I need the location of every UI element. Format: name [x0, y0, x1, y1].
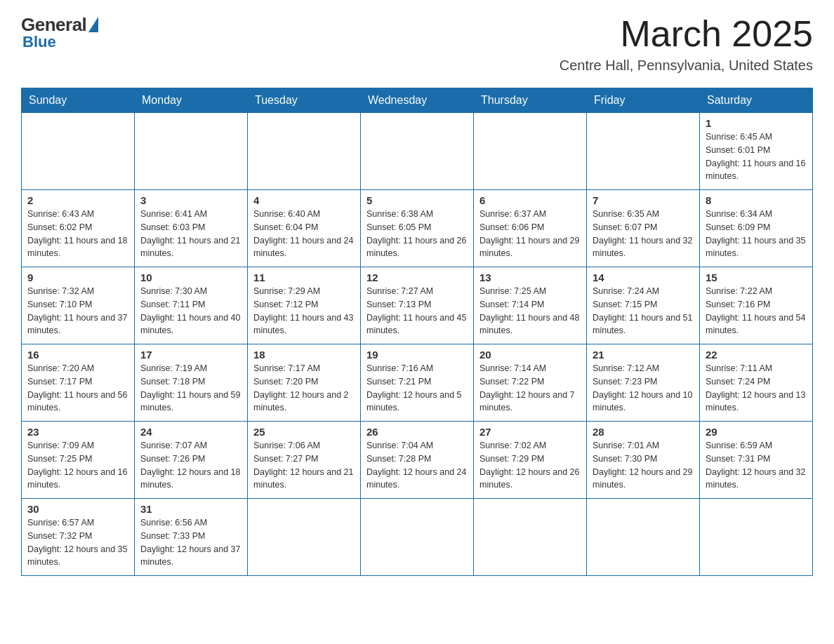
- header-sunday: Sunday: [22, 88, 135, 113]
- title-section: March 2025 Centre Hall, Pennsylvania, Un…: [560, 14, 813, 74]
- day-info: Sunrise: 6:35 AMSunset: 6:07 PMDaylight:…: [593, 208, 694, 260]
- day-info: Sunrise: 6:45 AMSunset: 6:01 PMDaylight:…: [706, 130, 807, 183]
- day-number: 9: [27, 271, 128, 283]
- day-number: 3: [140, 194, 241, 206]
- day-number: 28: [593, 426, 694, 438]
- table-row: [474, 113, 587, 190]
- page-header: General Blue March 2025 Centre Hall, Pen…: [21, 14, 813, 74]
- table-row: 30Sunrise: 6:57 AMSunset: 7:32 PMDayligh…: [22, 499, 135, 576]
- table-row: 3Sunrise: 6:41 AMSunset: 6:03 PMDaylight…: [135, 190, 248, 267]
- day-number: 4: [253, 194, 355, 206]
- day-info: Sunrise: 7:29 AMSunset: 7:12 PMDaylight:…: [253, 285, 355, 337]
- day-info: Sunrise: 6:57 AMSunset: 7:32 PMDaylight:…: [27, 516, 128, 569]
- table-row: 10Sunrise: 7:30 AMSunset: 7:11 PMDayligh…: [135, 267, 248, 344]
- table-row: 11Sunrise: 7:29 AMSunset: 7:12 PMDayligh…: [248, 267, 361, 344]
- day-number: 19: [366, 349, 468, 361]
- table-row: 15Sunrise: 7:22 AMSunset: 7:16 PMDayligh…: [700, 267, 813, 344]
- header-wednesday: Wednesday: [361, 88, 474, 113]
- table-row: 24Sunrise: 7:07 AMSunset: 7:26 PMDayligh…: [135, 422, 248, 499]
- table-row: 1Sunrise: 6:45 AMSunset: 6:01 PMDaylight…: [700, 113, 813, 190]
- table-row: 29Sunrise: 6:59 AMSunset: 7:31 PMDayligh…: [700, 422, 813, 499]
- table-row: [474, 499, 587, 576]
- day-info: Sunrise: 7:20 AMSunset: 7:17 PMDaylight:…: [27, 362, 128, 415]
- location-title: Centre Hall, Pennsylvania, United States: [560, 58, 813, 74]
- day-info: Sunrise: 7:27 AMSunset: 7:13 PMDaylight:…: [366, 285, 468, 337]
- table-row: 27Sunrise: 7:02 AMSunset: 7:29 PMDayligh…: [474, 422, 587, 499]
- day-info: Sunrise: 6:41 AMSunset: 6:03 PMDaylight:…: [140, 208, 241, 260]
- table-row: [700, 499, 813, 576]
- table-row: 5Sunrise: 6:38 AMSunset: 6:05 PMDaylight…: [361, 190, 474, 267]
- table-row: 31Sunrise: 6:56 AMSunset: 7:33 PMDayligh…: [135, 499, 248, 576]
- table-row: 22Sunrise: 7:11 AMSunset: 7:24 PMDayligh…: [700, 344, 813, 422]
- calendar-week-row: 1Sunrise: 6:45 AMSunset: 6:01 PMDaylight…: [22, 113, 813, 190]
- day-number: 22: [706, 349, 807, 361]
- day-number: 5: [366, 194, 468, 206]
- day-number: 24: [140, 426, 241, 438]
- day-info: Sunrise: 6:34 AMSunset: 6:09 PMDaylight:…: [706, 208, 807, 260]
- header-thursday: Thursday: [474, 88, 587, 113]
- table-row: 18Sunrise: 7:17 AMSunset: 7:20 PMDayligh…: [248, 344, 361, 422]
- day-number: 12: [366, 271, 468, 283]
- table-row: 6Sunrise: 6:37 AMSunset: 6:06 PMDaylight…: [474, 190, 587, 267]
- day-number: 17: [140, 349, 241, 361]
- day-number: 23: [27, 426, 128, 438]
- day-number: 21: [593, 349, 694, 361]
- logo-triangle-icon: [88, 17, 98, 32]
- day-info: Sunrise: 7:16 AMSunset: 7:21 PMDaylight:…: [366, 362, 468, 415]
- table-row: [587, 113, 700, 190]
- day-info: Sunrise: 7:22 AMSunset: 7:16 PMDaylight:…: [706, 285, 807, 337]
- calendar-week-row: 30Sunrise: 6:57 AMSunset: 7:32 PMDayligh…: [22, 499, 813, 576]
- day-number: 7: [593, 194, 694, 206]
- table-row: [248, 113, 361, 190]
- table-row: [135, 113, 248, 190]
- day-info: Sunrise: 7:09 AMSunset: 7:25 PMDaylight:…: [27, 439, 128, 492]
- table-row: 28Sunrise: 7:01 AMSunset: 7:30 PMDayligh…: [587, 422, 700, 499]
- day-info: Sunrise: 7:32 AMSunset: 7:10 PMDaylight:…: [27, 285, 128, 337]
- calendar-week-row: 2Sunrise: 6:43 AMSunset: 6:02 PMDaylight…: [22, 190, 813, 267]
- table-row: 21Sunrise: 7:12 AMSunset: 7:23 PMDayligh…: [587, 344, 700, 422]
- table-row: 23Sunrise: 7:09 AMSunset: 7:25 PMDayligh…: [22, 422, 135, 499]
- table-row: [587, 499, 700, 576]
- table-row: 14Sunrise: 7:24 AMSunset: 7:15 PMDayligh…: [587, 267, 700, 344]
- day-number: 8: [706, 194, 807, 206]
- day-info: Sunrise: 7:02 AMSunset: 7:29 PMDaylight:…: [479, 439, 581, 492]
- table-row: 19Sunrise: 7:16 AMSunset: 7:21 PMDayligh…: [361, 344, 474, 422]
- table-row: 25Sunrise: 7:06 AMSunset: 7:27 PMDayligh…: [248, 422, 361, 499]
- table-row: [248, 499, 361, 576]
- logo-blue-text: Blue: [22, 33, 56, 51]
- day-info: Sunrise: 7:17 AMSunset: 7:20 PMDaylight:…: [253, 362, 355, 415]
- calendar-week-row: 9Sunrise: 7:32 AMSunset: 7:10 PMDaylight…: [22, 267, 813, 344]
- day-info: Sunrise: 7:19 AMSunset: 7:18 PMDaylight:…: [140, 362, 241, 415]
- day-number: 13: [479, 271, 581, 283]
- table-row: 9Sunrise: 7:32 AMSunset: 7:10 PMDaylight…: [22, 267, 135, 344]
- header-tuesday: Tuesday: [248, 88, 361, 113]
- table-row: 26Sunrise: 7:04 AMSunset: 7:28 PMDayligh…: [361, 422, 474, 499]
- day-number: 2: [27, 194, 128, 206]
- day-info: Sunrise: 6:43 AMSunset: 6:02 PMDaylight:…: [27, 208, 128, 260]
- day-number: 15: [706, 271, 807, 283]
- table-row: 17Sunrise: 7:19 AMSunset: 7:18 PMDayligh…: [135, 344, 248, 422]
- day-number: 27: [479, 426, 581, 438]
- day-info: Sunrise: 6:38 AMSunset: 6:05 PMDaylight:…: [366, 208, 468, 260]
- day-info: Sunrise: 6:40 AMSunset: 6:04 PMDaylight:…: [253, 208, 355, 260]
- header-saturday: Saturday: [700, 88, 813, 113]
- day-info: Sunrise: 6:59 AMSunset: 7:31 PMDaylight:…: [706, 439, 807, 492]
- day-info: Sunrise: 7:14 AMSunset: 7:22 PMDaylight:…: [479, 362, 581, 415]
- table-row: [22, 113, 135, 190]
- day-number: 30: [27, 503, 128, 515]
- day-info: Sunrise: 7:07 AMSunset: 7:26 PMDaylight:…: [140, 439, 241, 492]
- table-row: 7Sunrise: 6:35 AMSunset: 6:07 PMDaylight…: [587, 190, 700, 267]
- day-number: 16: [27, 349, 128, 361]
- day-info: Sunrise: 6:56 AMSunset: 7:33 PMDaylight:…: [140, 516, 241, 569]
- day-info: Sunrise: 7:06 AMSunset: 7:27 PMDaylight:…: [253, 439, 355, 492]
- calendar-week-row: 23Sunrise: 7:09 AMSunset: 7:25 PMDayligh…: [22, 422, 813, 499]
- day-number: 26: [366, 426, 468, 438]
- table-row: 4Sunrise: 6:40 AMSunset: 6:04 PMDaylight…: [248, 190, 361, 267]
- day-number: 10: [140, 271, 241, 283]
- table-row: 20Sunrise: 7:14 AMSunset: 7:22 PMDayligh…: [474, 344, 587, 422]
- logo: General Blue: [21, 14, 98, 51]
- day-number: 25: [253, 426, 355, 438]
- day-number: 29: [706, 426, 807, 438]
- day-number: 14: [593, 271, 694, 283]
- calendar-week-row: 16Sunrise: 7:20 AMSunset: 7:17 PMDayligh…: [22, 344, 813, 422]
